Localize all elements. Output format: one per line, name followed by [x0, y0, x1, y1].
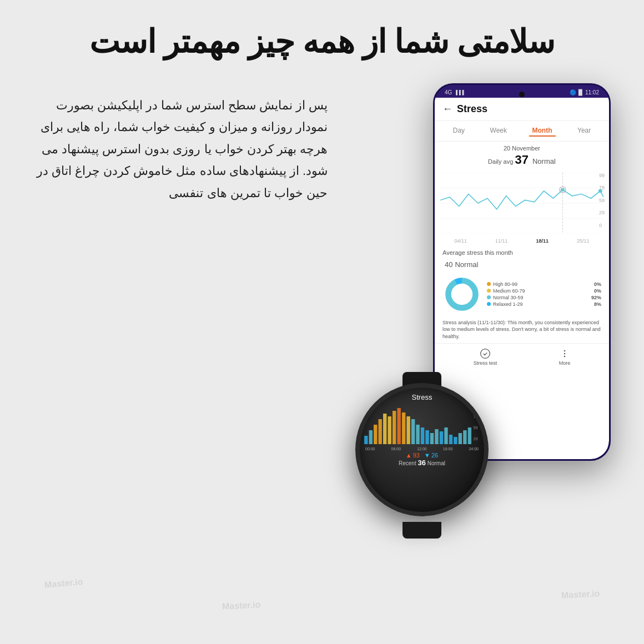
svg-rect-32	[421, 427, 424, 444]
donut-row: High 80-99 0% Medium 60-79 0% Normal 30-…	[435, 273, 609, 316]
svg-point-13	[564, 350, 566, 352]
svg-rect-34	[430, 433, 434, 444]
svg-rect-31	[416, 425, 419, 444]
legend: High 80-99 0% Medium 60-79 0% Normal 30-…	[487, 281, 601, 307]
svg-rect-40	[459, 433, 462, 444]
phone-signal: 4G ▐▐▐	[445, 89, 464, 95]
svg-rect-23	[379, 419, 382, 444]
daily-avg-status: Normal	[532, 157, 556, 165]
watch-bar-chart: 99 79 59 29	[363, 402, 481, 447]
watch-body: Stress 99 79 59 29	[355, 383, 489, 516]
svg-rect-24	[383, 414, 386, 444]
svg-rect-27	[397, 408, 400, 444]
watch-screen: Stress 99 79 59 29	[360, 388, 484, 512]
page-title: سلامتی شما از همه چیز مهمتر است	[89, 22, 555, 61]
legend-normal: Normal 30-59 92%	[487, 295, 601, 300]
tab-month[interactable]: Month	[529, 125, 556, 137]
more-button[interactable]: More	[559, 348, 571, 366]
chart-y-labels: 99 79 59 29 0	[599, 173, 605, 228]
daily-avg-label: Daily avg	[488, 158, 513, 165]
svg-rect-30	[411, 419, 415, 444]
watch: Stress 99 79 59 29	[344, 372, 500, 539]
line-chart-svg	[440, 173, 603, 234]
legend-relaxed: Relaxed 1-29 8%	[487, 301, 601, 307]
svg-rect-35	[435, 429, 438, 444]
more-icon	[559, 348, 570, 359]
svg-rect-20	[364, 436, 368, 444]
phone-time: 🔵 ▉ 11:02	[570, 89, 599, 95]
svg-rect-22	[374, 425, 377, 444]
watch-strap-bottom	[402, 522, 441, 539]
phone-bottom-bar: Stress test More	[435, 343, 609, 370]
legend-high: High 80-99 0%	[487, 281, 601, 287]
svg-rect-25	[388, 416, 391, 444]
avg-stress-title: Average stress this month	[442, 249, 601, 256]
avg-stress-section: Average stress this month 40Normal	[435, 245, 609, 273]
stress-test-button[interactable]: Stress test	[474, 348, 497, 366]
watch-bottom-row: ▲ 93 ▼ 26	[406, 452, 438, 459]
phone-camera	[519, 92, 525, 97]
tab-day[interactable]: Day	[450, 125, 468, 137]
watch-peak-value: ▲ 93	[406, 452, 420, 459]
svg-point-14	[564, 353, 566, 355]
watch-low-value: ▼ 26	[424, 452, 438, 459]
svg-point-10	[449, 280, 476, 308]
svg-text:59: 59	[473, 425, 477, 430]
svg-rect-33	[425, 430, 429, 444]
svg-rect-41	[463, 430, 466, 444]
svg-rect-26	[393, 411, 396, 444]
svg-text:99: 99	[473, 403, 477, 408]
avg-stress-value: 40Normal	[442, 256, 601, 270]
daily-avg: Daily avg 37 Normal	[435, 153, 609, 170]
svg-text:79: 79	[473, 414, 477, 419]
svg-point-15	[564, 356, 566, 358]
svg-rect-38	[449, 435, 452, 444]
legend-medium: Medium 60-79 0%	[487, 288, 601, 294]
page-wrapper: سلامتی شما از همه چیز مهمتر است پس از نم…	[0, 0, 644, 644]
app-tabs: Day Week Month Year	[435, 121, 609, 142]
stress-test-icon	[480, 348, 491, 359]
svg-rect-29	[406, 416, 410, 444]
tab-week[interactable]: Week	[487, 125, 510, 137]
chart-x-labels: 04/11 11/11 18/11 25/11	[435, 237, 609, 245]
text-block: پس از نمایش سطح استرس شما در اپلیکیشن بص…	[33, 83, 333, 204]
content-row: پس از نمایش سطح استرس شما در اپلیکیشن بص…	[33, 83, 611, 633]
daily-avg-value: 37	[515, 153, 528, 167]
stress-analysis: Stress analysis (11/1-11/30): This month…	[435, 316, 609, 344]
paragraph-text: پس از نمایش سطح استرس شما در اپلیکیشن بص…	[33, 94, 328, 204]
donut-chart	[442, 275, 481, 314]
svg-rect-39	[454, 437, 457, 444]
watch-recent: Recent 36 Normal	[399, 459, 445, 467]
line-chart-area: 99 79 59 29 0	[435, 170, 609, 237]
app-header: ← Stress	[435, 98, 609, 121]
svg-text:29: 29	[473, 436, 477, 441]
device-block: 4G ▐▐▐ 🔵 ▉ 11:02 ← Stress	[344, 83, 611, 539]
svg-rect-42	[468, 427, 471, 444]
watch-time-labels: 00:00 06:00 12:00 18:00 24:00	[363, 447, 481, 451]
app-title: Stress	[457, 103, 487, 115]
svg-point-12	[481, 349, 490, 359]
tab-year[interactable]: Year	[574, 125, 594, 137]
watch-title: Stress	[412, 393, 432, 401]
svg-rect-36	[440, 431, 443, 444]
svg-rect-21	[369, 430, 373, 444]
back-arrow-icon[interactable]: ←	[442, 103, 452, 115]
svg-rect-28	[402, 412, 405, 444]
svg-rect-37	[444, 427, 447, 444]
app-date: 20 November	[435, 142, 609, 153]
